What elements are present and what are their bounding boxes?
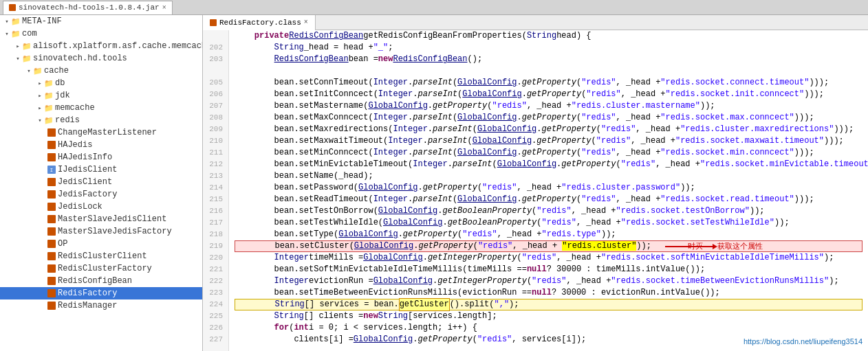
tree-label: IJedisClient xyxy=(58,165,117,174)
tree-label: HAJedis xyxy=(58,140,92,150)
tree-label: MasterSlaveJedisClient xyxy=(58,214,166,224)
tree-toggle: ▸ xyxy=(36,104,44,112)
tree-label: com xyxy=(22,29,37,38)
tree-label: OP xyxy=(58,239,67,249)
tree-label: JedisFactory xyxy=(58,190,117,199)
tree-label: RedisManager xyxy=(58,301,117,310)
editor-tab-bar: RedisFactory.class × xyxy=(203,15,868,30)
tree-label: RedisConfigBean xyxy=(58,276,132,286)
tree-item-JedisClient[interactable]: JedisClient xyxy=(0,176,202,188)
tree-item-meta-inf[interactable]: ▾ 📁 META-INF xyxy=(0,15,202,27)
jar-icon xyxy=(9,4,16,11)
window-tab[interactable]: sinovatech-hd-tools-1.0.8.4.jar × xyxy=(3,1,173,14)
code-line-204 xyxy=(235,65,862,77)
tree-item-cache[interactable]: ▾ 📁 cache xyxy=(0,65,202,77)
tree-toggle: ▸ xyxy=(36,91,44,100)
window-tab-close[interactable]: × xyxy=(162,4,166,12)
code-line-226: for (int i = 0; i < services.length; i++… xyxy=(235,322,862,334)
tree-item-RedisManager[interactable]: RedisManager xyxy=(0,299,202,312)
tree-item-RedisConfigBean[interactable]: RedisConfigBean xyxy=(0,275,202,287)
window-tab-bar: sinovatech-hd-tools-1.0.8.4.jar × xyxy=(0,0,868,15)
code-line-210: bean.setMaxwaitTimeout(Integer.parseInt(… xyxy=(235,135,862,147)
tree-item-ChangeMasterListener[interactable]: ChangeMasterListener xyxy=(0,126,202,139)
folder-icon: 📁 xyxy=(22,41,32,51)
tree-label: RedisFactory xyxy=(58,288,117,298)
java-file-icon xyxy=(47,251,56,261)
annotation-219-sub: 时灭 xyxy=(688,240,703,252)
code-line-224: String[] services = bean.getCluster().sp… xyxy=(235,299,862,310)
java-file-icon xyxy=(47,214,56,224)
tree-item-HAJedisInfo[interactable]: HAJedisInfo xyxy=(0,151,202,163)
folder-icon: 📁 xyxy=(44,103,54,113)
code-line-211: bean.setMinConncect(Integer.parseInt(Glo… xyxy=(235,147,862,159)
tree-item-MasterSlaveJedisFactory[interactable]: MasterSlaveJedisFactory xyxy=(0,225,202,238)
tree-item-sinovatech[interactable]: ▾ 📁 sinovatech.hd.tools xyxy=(0,52,202,65)
tree-item-jdk[interactable]: ▸ 📁 jdk xyxy=(0,89,202,102)
tree-label: HAJedisInfo xyxy=(58,152,112,162)
tree-toggle: ▾ xyxy=(3,30,11,38)
tree-item-IJedisClient[interactable]: I IJedisClient xyxy=(0,163,202,176)
code-line-208: bean.setMaxConncect(Integer.parseInt(Glo… xyxy=(235,112,862,124)
code-line-223: bean.setTimeBetweenEvictionRunsMillis(ev… xyxy=(235,287,862,299)
editor-tab-RedisFactory[interactable]: RedisFactory.class × xyxy=(203,15,316,30)
code-editor[interactable]: private RedisConfigBean getRedisConfigBe… xyxy=(229,30,868,351)
tree-label: db xyxy=(55,78,65,88)
editor-tab-close[interactable]: × xyxy=(304,19,308,26)
tree-label: MasterSlaveJedisFactory xyxy=(58,227,172,236)
tree-item-RedisFactory[interactable]: RedisFactory xyxy=(0,287,202,299)
tree-label: sinovatech.hd.tools xyxy=(33,54,127,63)
code-line-203: RedisConfigBean bean = new RedisConfigBe… xyxy=(235,54,862,65)
editor-tab-label: RedisFactory.class xyxy=(219,19,301,27)
tree-toggle: ▾ xyxy=(3,17,11,25)
tree-item-JedisFactory[interactable]: JedisFactory xyxy=(0,188,202,201)
file-tree: ▾ 📁 META-INF ▾ 📁 com ▸ 📁 alisoft.xplatfo… xyxy=(0,15,203,351)
code-line-206: bean.setInitConncect(Integer.parseInt(Gl… xyxy=(235,89,862,100)
code-line-222: Integer evictionRun = GlobalConfig.getIn… xyxy=(235,275,862,287)
tree-item-RedisClusterClient[interactable]: RedisClusterClient xyxy=(0,250,202,262)
main-area: ▾ 📁 META-INF ▾ 📁 com ▸ 📁 alisoft.xplatfo… xyxy=(0,15,868,351)
tree-toggle: ▸ xyxy=(36,79,44,87)
java-file-icon xyxy=(47,202,56,212)
code-line-217: bean.setTestWhileIdle(GlobalConfig.getBo… xyxy=(235,217,862,229)
watermark: https://blog.csdn.net/liupeifeng3514 xyxy=(744,336,862,348)
code-line-225: String[] clients = new String[services.l… xyxy=(235,310,862,322)
tree-label: RedisClusterFactory xyxy=(58,264,152,273)
folder-icon: 📁 xyxy=(44,115,54,125)
tree-item-MasterSlaveJedisClient[interactable]: MasterSlaveJedisClient xyxy=(0,213,202,225)
code-line-212: bean.setMinEvictableTimeout(Integer.pars… xyxy=(235,159,862,170)
tree-toggle: ▾ xyxy=(36,116,44,124)
tree-item-OP[interactable]: OP xyxy=(0,238,202,250)
java-file-icon xyxy=(47,239,56,249)
tree-item-alisoft[interactable]: ▸ 📁 alisoft.xplatform.asf.cache.memcache xyxy=(0,40,202,52)
annotation-219-label: 获取这个属性 xyxy=(717,240,763,252)
class-icon xyxy=(210,19,217,26)
tree-item-redis[interactable]: ▾ 📁 redis xyxy=(0,114,202,126)
java-file-icon xyxy=(47,140,56,150)
tree-label: cache xyxy=(44,66,69,76)
java-file-icon xyxy=(47,264,56,273)
tree-item-db[interactable]: ▸ 📁 db xyxy=(0,77,202,89)
tree-item-com[interactable]: ▾ 📁 com xyxy=(0,27,202,40)
tree-item-HAJedis[interactable]: HAJedis xyxy=(0,139,202,151)
folder-icon: 📁 xyxy=(44,91,54,100)
code-line-207: bean.setMastername(GlobalConfig.getPrope… xyxy=(235,100,862,112)
tree-item-RedisClusterFactory[interactable]: RedisClusterFactory xyxy=(0,262,202,275)
tree-label: redis xyxy=(55,115,80,125)
code-line-220: Integer timeMills = GlobalConfig.getInte… xyxy=(235,252,862,264)
code-line-221: bean.setSoftMinEvictableIdleTimeMillis(t… xyxy=(235,264,862,275)
code-line-213: bean.setName(_head); xyxy=(235,170,862,182)
code-line-205: bean.setConnTimeout(Integer.parseInt(Glo… xyxy=(235,77,862,89)
tree-item-JedisLock[interactable]: JedisLock xyxy=(0,201,202,213)
window-tab-label: sinovatech-hd-tools-1.0.8.4.jar xyxy=(19,3,160,12)
java-file-icon xyxy=(47,227,56,236)
code-line-214: bean.setPassword(GlobalConfig.getPropert… xyxy=(235,182,862,194)
tree-label: ChangeMasterListener xyxy=(58,128,157,137)
editor-area: RedisFactory.class × 202 203 205 206 207… xyxy=(203,15,868,351)
java-file-icon xyxy=(47,152,56,162)
code-line-218: bean.setType(GlobalConfig.getProperty("r… xyxy=(235,229,862,240)
code-line-219: bean.setCluster(GlobalConfig.getProperty… xyxy=(235,240,862,252)
tree-item-memcache[interactable]: ▸ 📁 memcache xyxy=(0,102,202,114)
folder-icon: 📁 xyxy=(11,29,21,38)
folder-icon: 📁 xyxy=(33,66,43,76)
java-file-icon xyxy=(47,128,56,137)
